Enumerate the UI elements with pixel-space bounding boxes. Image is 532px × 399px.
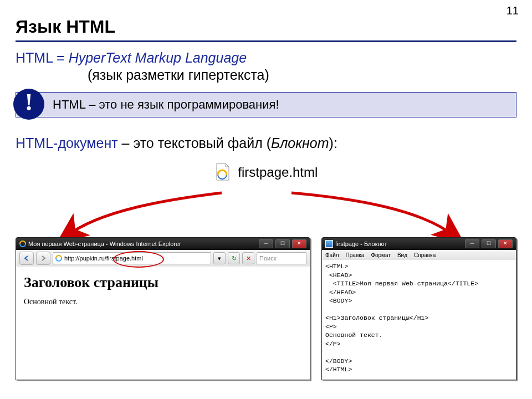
browser-window: Моя первая Web-страница - Windows Intern… [16, 237, 310, 380]
ie-favicon-icon [55, 255, 62, 262]
browser-title-text: Моя первая Web-страница - Windows Intern… [28, 241, 259, 247]
url-suffix: .html [130, 255, 143, 262]
file-label: firstpage.html [238, 165, 318, 180]
forward-button[interactable] [36, 252, 50, 265]
browser-toolbar: http://pupkin.ru/firstpage.html ▾ ↻ ✕ По… [16, 250, 310, 267]
notepad-icon [325, 240, 333, 248]
notepad-window: firstpage - Блокнот ─ ☐ ✕ Файл Правка Фо… [321, 237, 516, 380]
document-line: HTML-документ – это текстовый файл (Блок… [16, 135, 516, 151]
back-button[interactable] [19, 252, 34, 265]
browser-content: Заголовок страницы Основной текст. [16, 267, 310, 380]
url-prefix: http://pupkin.ru/firstpage [64, 255, 130, 262]
doc-line-c: Блокнот [271, 135, 329, 151]
notepad-content[interactable]: <HTML> <HEAD> <TITLE>Моя первая Web-стра… [322, 260, 516, 380]
menu-edit[interactable]: Правка [346, 252, 365, 258]
menu-help[interactable]: Справка [414, 252, 436, 258]
dropdown-icon[interactable]: ▾ [213, 252, 226, 264]
ie-icon [19, 241, 26, 247]
file-row: firstpage.html [16, 162, 516, 185]
doc-line-a: HTML-документ [16, 135, 118, 151]
exclamation-icon: ! [13, 89, 44, 120]
menu-format[interactable]: Формат [371, 252, 391, 258]
doc-line-d: ): [329, 135, 337, 151]
ie-document-icon [214, 162, 231, 185]
title-underline [16, 40, 516, 42]
callout-text: HTML – это не язык программирования! [16, 92, 516, 117]
page-paragraph: Основной текст. [24, 298, 302, 306]
search-input[interactable]: Поиск [257, 252, 306, 264]
maximize-button[interactable]: ☐ [275, 239, 290, 248]
def-rhs: HyperText Markup Language [69, 50, 247, 65]
definition-line-2: (язык разметки гипертекста) [88, 67, 516, 83]
refresh-button[interactable]: ↻ [228, 252, 240, 264]
stop-button[interactable]: ✕ [242, 252, 254, 264]
doc-line-b: – это текстовый файл ( [118, 135, 271, 151]
maximize-button[interactable]: ☐ [482, 239, 496, 248]
menu-file[interactable]: Файл [325, 252, 339, 258]
notepad-titlebar: firstpage - Блокнот ─ ☐ ✕ [322, 238, 516, 250]
notepad-title-text: firstpage - Блокнот [335, 241, 465, 247]
browser-titlebar: Моя первая Web-страница - Windows Intern… [16, 238, 310, 250]
callout: HTML – это не язык программирования! ! [16, 92, 516, 122]
def-lhs: HTML = [16, 50, 69, 65]
definition-line-1: HTML = HyperText Markup Language [16, 50, 516, 66]
slide-title: Язык HTML [16, 17, 516, 37]
page-h1: Заголовок страницы [24, 274, 302, 291]
notepad-menu: Файл Правка Формат Вид Справка [322, 250, 516, 260]
address-bar[interactable]: http://pupkin.ru/firstpage.html [53, 252, 211, 264]
page-number: 11 [507, 4, 519, 17]
minimize-button[interactable]: ─ [259, 239, 273, 248]
close-button[interactable]: ✕ [498, 239, 513, 248]
minimize-button[interactable]: ─ [465, 239, 479, 248]
menu-view[interactable]: Вид [397, 252, 407, 258]
search-placeholder: Поиск [259, 255, 276, 262]
close-button[interactable]: ✕ [292, 239, 306, 248]
